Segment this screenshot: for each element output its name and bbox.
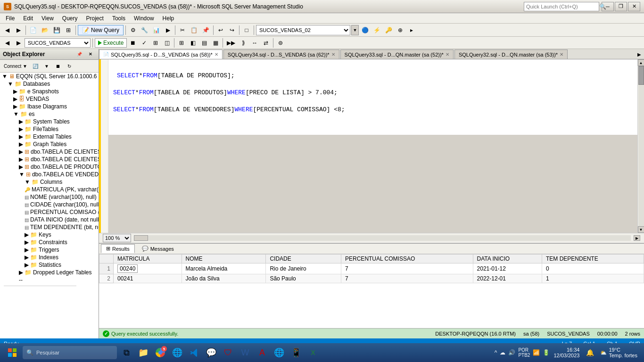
parse-button[interactable]: ✓: [139, 38, 149, 48]
tab-query32[interactable]: SQLQuery32.sql - D...QN.master (sa (53))…: [454, 49, 568, 59]
browser-button2[interactable]: 🌐: [272, 345, 287, 360]
tab-query32-close[interactable]: ✕: [560, 52, 563, 57]
tb-icon4[interactable]: ▶: [163, 25, 173, 35]
code-editor[interactable]: SELECT * FROM [TABELA DE PRODUTOS]; SELE…: [99, 59, 637, 135]
file-explorer-button[interactable]: 📁: [136, 345, 151, 360]
tab-query35-close[interactable]: ✕: [215, 52, 218, 57]
oe-columns-folder[interactable]: ▼ 📁 Columns: [0, 178, 99, 186]
tb2-icon12[interactable]: ⇄: [261, 38, 271, 48]
oe-snapshots[interactable]: ▶ 📁 e Snapshots: [0, 88, 99, 95]
oe-dash[interactable]: --: [0, 276, 99, 284]
results-tab-messages[interactable]: 💬 Messages: [137, 244, 179, 253]
start-button[interactable]: [4, 345, 21, 360]
oe-sys-tables[interactable]: ▶ 📁 System Tables: [0, 118, 99, 125]
oe-col-percentual[interactable]: ▤ PERCENTUAL COMISAO (v...: [0, 208, 99, 216]
close-button[interactable]: ✕: [628, 2, 640, 11]
tab-query34-close[interactable]: ✕: [331, 52, 335, 57]
tb2-icon11[interactable]: ↔: [249, 38, 260, 48]
zoom-select[interactable]: 100 %: [103, 234, 131, 242]
results-tab-results[interactable]: ⊞ Results: [101, 244, 135, 253]
tb2-icon13[interactable]: ⊚: [275, 38, 286, 48]
menu-window[interactable]: Window: [130, 14, 158, 23]
oe-col-cidade[interactable]: ▤ CIDADE (varchar(100), null): [0, 201, 99, 208]
tb-icon8[interactable]: 🔑: [383, 25, 394, 35]
new-file-icon[interactable]: 📄: [28, 25, 39, 35]
menu-help[interactable]: Help: [159, 14, 178, 23]
database-select2[interactable]: SUCOS_VENDAS: [25, 38, 91, 48]
menu-query[interactable]: Query: [58, 14, 82, 23]
tb2-icon6[interactable]: ◧: [188, 38, 198, 48]
undo-icon[interactable]: ↩: [215, 25, 226, 35]
tb2-icon10[interactable]: ⟫: [238, 38, 248, 48]
menu-tools[interactable]: Tools: [108, 14, 129, 23]
db-select-dropdown[interactable]: ▼: [351, 25, 359, 35]
oe-ext-tables[interactable]: ▶ 📁 External Tables: [0, 133, 99, 140]
save-icon[interactable]: 💾: [51, 25, 62, 35]
h-scroll-right[interactable]: ▶: [634, 235, 640, 241]
tb2-icon4[interactable]: ◫: [162, 38, 172, 48]
oe-es[interactable]: ▼ 📁 es: [0, 110, 99, 118]
oe-clientes[interactable]: ▶ ⊞ dbo.TABELA DE CLIENTES: [0, 148, 99, 156]
redo-icon[interactable]: ↪: [227, 25, 237, 35]
oe-vendedores[interactable]: ▼ ⊞ dbo.TABELA DE VENDEDORES: [0, 171, 99, 178]
tb2-icon3[interactable]: ⊞: [150, 38, 161, 48]
oe-graph-tables[interactable]: ▶ 📁 Graph Tables: [0, 140, 99, 148]
oe-statistics-folder[interactable]: ▶ 📁 Statistics: [0, 261, 99, 269]
stop-button[interactable]: ⏹: [128, 38, 138, 48]
wifi-icon[interactable]: 📶: [533, 349, 540, 356]
menu-project[interactable]: Project: [83, 14, 107, 23]
search-bar[interactable]: 🔍 Pesquisar: [23, 346, 117, 359]
editor-scrollbar[interactable]: ▲ ▼: [637, 59, 644, 233]
search-icon[interactable]: 🔍: [599, 3, 606, 10]
open-icon[interactable]: 📂: [40, 25, 50, 35]
tb2-icon8[interactable]: ▦: [210, 38, 221, 48]
tb2-icon9[interactable]: ▶▶: [225, 38, 237, 48]
tab-query33-close[interactable]: ✕: [446, 52, 449, 57]
oe-triggers-folder[interactable]: ▶ 📁 Triggers: [0, 246, 99, 254]
oe-vendas[interactable]: ▶ 🗄 VENDAS: [0, 95, 99, 103]
word-button[interactable]: W: [238, 345, 253, 360]
scroll-down-button[interactable]: ▼: [638, 226, 644, 233]
vscode-button[interactable]: [187, 345, 202, 360]
oe-produtos[interactable]: ▶ ⊞ dbo.TABELA DE PRODUTOS: [0, 163, 99, 171]
oe-col-nome[interactable]: ▤ NOME (varchar(100), null): [0, 193, 99, 201]
vpn-button[interactable]: 🛡: [221, 345, 236, 360]
tb-icon2[interactable]: 🔧: [139, 25, 150, 35]
oe-server[interactable]: ▼ 🖥 EQQN (SQL Server 16.0.1000.6 - sa): [0, 73, 99, 80]
oe-col-dependente[interactable]: ▤ TEM DEPENDENTE (bit, null): [0, 223, 99, 231]
tabs-scroll-button[interactable]: ▶: [635, 49, 644, 59]
cut-icon[interactable]: ✂: [177, 25, 188, 35]
oe-file-tables[interactable]: ▶ 📁 FileTables: [0, 125, 99, 133]
horizontal-scrollbar[interactable]: [134, 235, 631, 241]
title-bar-controls[interactable]: ─ ❐ ✕: [602, 2, 640, 11]
weather-widget[interactable]: ⛅ 19°C Temp. fortes: [600, 347, 637, 358]
tb-icon3[interactable]: 📊: [151, 25, 162, 35]
quick-launch-input[interactable]: [524, 2, 599, 11]
scroll-up-button[interactable]: ▲: [638, 59, 644, 66]
tb-icon7[interactable]: ⚡: [372, 25, 382, 35]
tb2-icon5[interactable]: ⊞: [176, 38, 187, 48]
oe-filter-button[interactable]: ▼: [41, 61, 52, 71]
excel-button[interactable]: X: [305, 345, 321, 360]
h-scroll-thumb[interactable]: [134, 235, 148, 241]
tb2-icon1[interactable]: ◀: [2, 38, 12, 48]
keyboard-language[interactable]: PORPTB2: [518, 347, 530, 358]
tray-icon1[interactable]: ^: [495, 349, 497, 356]
tb-icon6[interactable]: 🔵: [360, 25, 371, 35]
oe-constraints-folder[interactable]: ▶ 📁 Constraints: [0, 239, 99, 246]
oe-col-matricula[interactable]: 🔑 MATRICULA (PK, varchar(20): [0, 186, 99, 193]
tab-query34[interactable]: SQLQuery34.sql - D...S_VENDAS (sa (62))*…: [223, 49, 339, 59]
oe-col-data[interactable]: ▤ DATA INICIO (date, not null): [0, 216, 99, 223]
tb-icon1[interactable]: ⚙: [128, 25, 138, 35]
back-button[interactable]: ◀: [2, 25, 12, 35]
save-all-icon[interactable]: ⊞: [63, 25, 74, 35]
tb-icon10[interactable]: ▸: [406, 25, 417, 35]
menu-edit[interactable]: Edit: [19, 14, 37, 23]
oe-keys-folder[interactable]: ▶ 📁 Keys: [0, 231, 99, 239]
acrobat-button[interactable]: A: [255, 345, 270, 360]
tb-icon9[interactable]: ⊕: [395, 25, 405, 35]
oe-dropped-ledger[interactable]: ▶ 📁 Dropped Ledger Tables: [0, 269, 99, 276]
oe-diagrams[interactable]: ▶ 📁 Ibase Diagrams: [0, 103, 99, 110]
taskview-button[interactable]: ⧉: [119, 345, 134, 360]
tab-query33[interactable]: SQLQuery33.sql - D...QN.master (sa (52))…: [340, 49, 454, 59]
